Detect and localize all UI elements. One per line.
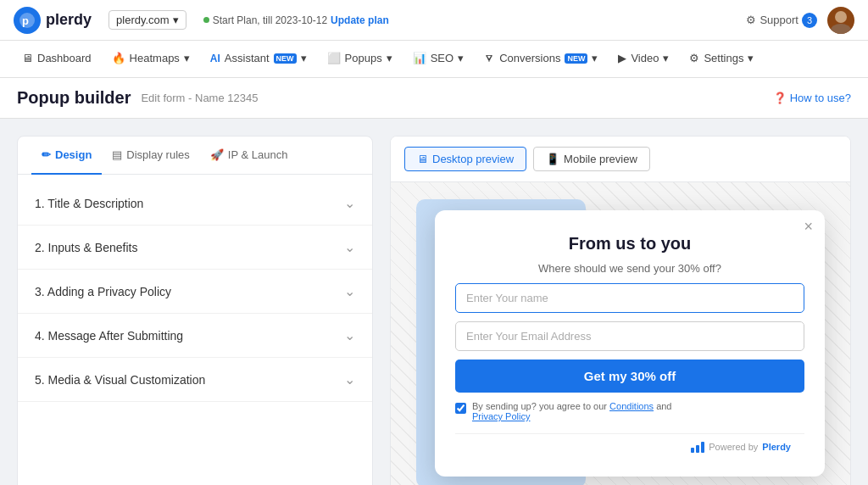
svg-point-3	[831, 24, 851, 34]
chevron-down-icon: ▾	[301, 52, 307, 64]
left-panel-tabs: ✏ Design ▤ Display rules 🚀 IP & Launch	[18, 137, 372, 175]
privacy-policy-link[interactable]: Privacy Policy	[472, 411, 530, 421]
tab-ip-launch-label: IP & Launch	[228, 148, 288, 161]
popup-content: From us to you Where should we send your…	[435, 210, 825, 477]
chevron-down-icon: ▾	[173, 14, 179, 26]
chevron-down-icon: ⌄	[344, 371, 355, 387]
user-avatar[interactable]	[827, 7, 854, 34]
chevron-down-icon: ▾	[663, 52, 669, 64]
chevron-down-icon: ▾	[387, 52, 392, 64]
popup-cta-button[interactable]: Get my 30% off	[455, 360, 804, 393]
nav-dashboard-label: Dashboard	[37, 52, 92, 64]
popup-powered-row: Powered by Plerdy	[455, 433, 804, 460]
left-panel: ✏ Design ▤ Display rules 🚀 IP & Launch 1…	[17, 136, 373, 485]
chevron-down-icon: ⌄	[344, 239, 355, 255]
chevron-down-icon: ▾	[592, 52, 598, 64]
popup-close-button[interactable]: ×	[804, 219, 813, 234]
preview-area: × From us to you Where should we send yo…	[391, 182, 850, 485]
plerdy-bar-icon	[691, 441, 704, 453]
nav-dashboard[interactable]: 🖥 Dashboard	[14, 41, 100, 78]
svg-text:p: p	[22, 14, 29, 27]
nav-settings-label: Settings	[704, 52, 743, 64]
domain-selector[interactable]: plerdy.com ▾	[108, 10, 186, 30]
nav-seo-label: SEO	[431, 52, 453, 64]
accordion-privacy-policy[interactable]: 3. Adding a Privacy Policy ⌄	[18, 270, 372, 314]
popup-email-input[interactable]	[455, 321, 804, 351]
plan-active-dot	[203, 17, 209, 23]
accordion-title-desc[interactable]: 1. Title & Description ⌄	[18, 181, 372, 226]
how-to-use-label: How to use?	[790, 92, 851, 104]
update-plan-link[interactable]: Update plan	[331, 14, 389, 26]
nav-assistant[interactable]: AI Assistant NEW ▾	[202, 41, 315, 78]
brand-name: plerdy	[46, 11, 92, 29]
ai-icon: AI	[210, 53, 220, 64]
tab-ip-launch[interactable]: 🚀 IP & Launch	[200, 137, 298, 175]
mobile-preview-label: Mobile preview	[564, 153, 637, 165]
monitor-icon: 🖥	[417, 153, 428, 165]
plan-info: Start Plan, till 2023-10-12 Update plan	[203, 14, 389, 26]
plerdy-logo-icon: p	[14, 7, 41, 34]
main-nav: 🖥 Dashboard 🔥 Heatmaps ▾ AI Assistant NE…	[0, 41, 868, 78]
how-to-use-link[interactable]: ❓ How to use?	[773, 92, 851, 104]
powered-brand-name: Plerdy	[762, 442, 791, 452]
accordion-media-visual[interactable]: 5. Media & Visual Customization ⌄	[18, 358, 372, 402]
nav-assistant-label: Assistant	[225, 52, 270, 64]
right-panel: 🖥 Desktop preview 📱 Mobile preview	[390, 136, 851, 485]
popup-card: × From us to you Where should we send yo…	[435, 210, 825, 477]
chevron-down-icon: ⌄	[344, 283, 355, 299]
support-badge-count: 3	[802, 13, 817, 28]
chevron-down-icon: ▾	[748, 52, 754, 64]
nav-settings[interactable]: ⚙ Settings ▾	[681, 41, 762, 78]
plan-text: Start Plan, till 2023-10-12	[213, 14, 327, 26]
assistant-new-badge: NEW	[274, 53, 297, 64]
popup-name-input[interactable]	[455, 283, 804, 313]
top-nav: p plerdy plerdy.com ▾ Start Plan, till 2…	[0, 0, 868, 41]
chevron-down-icon: ⌄	[344, 195, 355, 211]
accordion-message-after[interactable]: 4. Message After Submitting ⌄	[18, 314, 372, 358]
logo-area: p plerdy	[14, 7, 92, 34]
rocket-icon: 🚀	[210, 148, 224, 161]
play-icon: ▶	[618, 52, 626, 64]
desktop-preview-button[interactable]: 🖥 Desktop preview	[404, 147, 526, 171]
gear-icon: ⚙	[689, 52, 699, 64]
support-label: Support	[760, 14, 798, 26]
accordion-list: 1. Title & Description ⌄ 2. Inputs & Ben…	[18, 175, 372, 409]
page-title: Popup builder	[17, 88, 131, 108]
svg-point-2	[835, 11, 847, 23]
nav-popups-label: Popups	[345, 52, 382, 64]
nav-seo[interactable]: 📊 SEO ▾	[404, 41, 472, 78]
mobile-preview-button[interactable]: 📱 Mobile preview	[533, 147, 650, 171]
nav-heatmaps-label: Heatmaps	[130, 52, 180, 64]
conditions-link[interactable]: Conditions	[609, 401, 654, 411]
monitor-icon: 🖥	[22, 52, 33, 64]
accordion-title-desc-label: 1. Title & Description	[35, 197, 143, 210]
page-header: Popup builder Edit form - Name 12345 ❓ H…	[0, 78, 868, 119]
popup-privacy-text: By sending up? you agree to our Conditio…	[472, 401, 671, 421]
nav-heatmaps[interactable]: 🔥 Heatmaps ▾	[103, 41, 198, 78]
popup-privacy-row: By sending up? you agree to our Conditio…	[455, 401, 804, 421]
tab-display-rules[interactable]: ▤ Display rules	[102, 137, 199, 175]
chevron-down-icon: ▾	[458, 52, 464, 64]
edit-form-label: Edit form - Name 12345	[141, 92, 258, 104]
chevron-down-icon: ▾	[184, 52, 190, 64]
tab-design-label: Design	[55, 148, 92, 161]
accordion-inputs-benefits[interactable]: 2. Inputs & Benefits ⌄	[18, 226, 372, 270]
popup-title: From us to you	[455, 234, 804, 254]
conversions-new-badge: NEW	[565, 53, 587, 64]
accordion-media-visual-label: 5. Media & Visual Customization	[35, 373, 205, 387]
nav-video[interactable]: ▶ Video ▾	[609, 41, 677, 78]
support-button[interactable]: ⚙ Support 3	[746, 13, 817, 28]
tab-display-rules-label: Display rules	[126, 148, 189, 161]
content-area: ✏ Design ▤ Display rules 🚀 IP & Launch 1…	[0, 119, 868, 485]
nav-popups[interactable]: ⬜ Popups ▾	[319, 41, 401, 78]
desktop-preview-label: Desktop preview	[432, 153, 514, 165]
pencil-icon: ✏	[42, 148, 51, 161]
popup-privacy-checkbox[interactable]	[455, 403, 466, 414]
accordion-message-after-label: 4. Message After Submitting	[35, 329, 183, 343]
nav-conversions-label: Conversions	[499, 52, 560, 64]
popup-icon: ⬜	[327, 52, 341, 64]
nav-conversions[interactable]: ⛛ Conversions NEW ▾	[476, 41, 606, 78]
tab-design[interactable]: ✏ Design	[31, 137, 102, 175]
funnel-icon: ⛛	[484, 52, 495, 64]
question-icon: ❓	[773, 92, 787, 104]
